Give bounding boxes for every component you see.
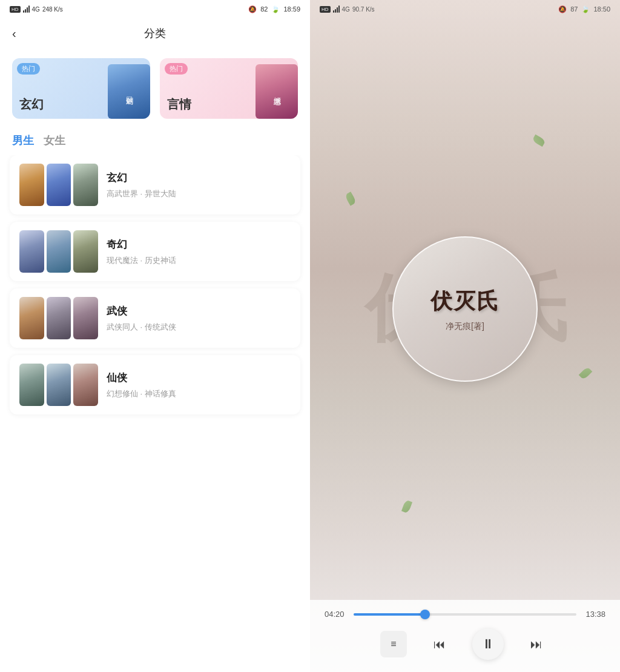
rbar2 <box>335 9 336 13</box>
right-status-bar: HD 4G 90.7 K/s 🔕 87 🍃 18:50 <box>310 0 620 18</box>
xuanhuan-cover2 <box>47 164 71 206</box>
book-title: 伏灭氏 <box>430 287 500 316</box>
prev-button[interactable]: ⏮ <box>426 631 453 657</box>
gender-tabs: 男生 女生 <box>0 128 310 155</box>
cat-card-xuanhuan[interactable]: 热门 玄幻 口述刺剑 <box>12 58 150 119</box>
qihuan-cover1 <box>19 230 44 273</box>
total-time: 13:38 <box>584 610 605 619</box>
header: ‹ 分类 <box>0 18 310 48</box>
xuanhuan-cover: 口述刺剑 <box>108 64 150 119</box>
time-left: 18:59 <box>283 5 300 13</box>
cover-inner: 伏灭氏 净无痕[著] <box>394 238 536 381</box>
xuanhuan-cover1 <box>19 164 44 206</box>
genre-item-qihuan[interactable]: 奇幻 现代魔法 · 历史神话 <box>10 222 300 281</box>
wuxia-cover2 <box>47 297 71 339</box>
network-left: 4G <box>32 6 40 13</box>
right-status-right: 🔕 87 🍃 18:50 <box>558 5 610 13</box>
xianxia-cover2 <box>47 364 71 406</box>
circular-book-cover: 伏灭氏 净无痕[著] <box>392 236 538 382</box>
genre-item-wuxia[interactable]: 武侠 武侠同人 · 传统武侠 <box>10 288 300 348</box>
signal-bars-right <box>333 5 340 13</box>
genre-item-xianxia[interactable]: 仙侠 幻想修仙 · 神话修真 <box>10 355 300 414</box>
left-panel: HD 4G 248 K/s 🔕 82 🍃 18:59 ‹ 分类 热门 玄幻 <box>0 0 310 672</box>
speed-right: 90.7 K/s <box>352 6 375 13</box>
current-time: 04:20 <box>325 610 346 619</box>
page-title: 分类 <box>144 26 166 41</box>
rbar3 <box>337 7 338 13</box>
progress-row: 04:20 13:38 <box>325 610 605 619</box>
category-cards: 热门 玄幻 口述刺剑 热门 言情 倾城之恋 <box>0 48 310 128</box>
xuanhuan-badge: 热门 <box>17 63 40 75</box>
right-status-left: HD 4G 90.7 K/s <box>320 5 375 13</box>
wuxia-name: 武侠 <box>107 304 291 318</box>
female-tab[interactable]: 女生 <box>44 133 65 148</box>
xuanhuan-label: 玄幻 <box>19 96 44 113</box>
back-button[interactable]: ‹ <box>12 27 16 41</box>
signal-bars-left <box>23 5 30 13</box>
battery-right: 87 <box>570 5 578 13</box>
genre-item-xuanhuan[interactable]: 玄幻 高武世界 · 异世大陆 <box>10 155 300 215</box>
next-button[interactable]: ⏭ <box>523 631 550 657</box>
male-tab[interactable]: 男生 <box>12 133 34 148</box>
pause-button[interactable]: ⏸ <box>472 628 504 660</box>
xuanhuan-cover-art: 口述刺剑 <box>108 64 150 119</box>
right-panel: HD 4G 90.7 K/s 🔕 87 🍃 18:50 伏灭氏 <box>310 0 620 672</box>
qihuan-info: 奇幻 现代魔法 · 历史神话 <box>107 238 291 266</box>
xuanhuan-info: 玄幻 高武世界 · 异世大陆 <box>107 171 291 199</box>
leaf-icon-left: 🍃 <box>271 5 280 13</box>
wuxia-info: 武侠 武侠同人 · 传统武侠 <box>107 304 291 333</box>
bar2 <box>25 9 26 13</box>
genre-list: 玄幻 高武世界 · 异世大陆 奇幻 现代魔法 · 历史神话 武侠 <box>0 155 310 672</box>
xianxia-name: 仙侠 <box>107 371 291 385</box>
yanqing-cover: 倾城之恋 <box>256 64 298 119</box>
qihuan-cover3 <box>73 230 98 273</box>
wuxia-covers <box>19 297 98 339</box>
left-status-left: HD 4G 248 K/s <box>10 5 63 13</box>
book-artwork: 伏灭氏 伏灭氏 净无痕[著] <box>310 18 620 600</box>
playlist-button[interactable]: ≡ <box>380 631 407 657</box>
xianxia-cover1 <box>19 364 44 406</box>
xianxia-tags: 幻想修仙 · 神话修真 <box>107 388 291 399</box>
wuxia-cover3 <box>73 297 98 339</box>
rbar4 <box>338 5 340 13</box>
bar4 <box>28 5 30 13</box>
player-controls: 04:20 13:38 ≡ ⏮ ⏸ ⏭ <box>310 600 620 672</box>
hd-badge-right: HD <box>320 6 331 13</box>
rbar1 <box>333 10 334 13</box>
battery-left: 82 <box>260 5 268 13</box>
wuxia-tags: 武侠同人 · 传统武侠 <box>107 322 291 333</box>
xianxia-covers <box>19 364 98 406</box>
bell-icon-right: 🔕 <box>558 5 567 13</box>
yanqing-label: 言情 <box>167 96 191 113</box>
progress-thumb[interactable] <box>420 610 430 619</box>
progress-fill <box>354 613 425 616</box>
xianxia-info: 仙侠 幻想修仙 · 神话修真 <box>107 371 291 399</box>
wuxia-cover1 <box>19 297 44 339</box>
hd-badge-left: HD <box>10 6 21 13</box>
xuanhuan-tags: 高武世界 · 异世大陆 <box>107 188 291 199</box>
yanqing-cover-art: 倾城之恋 <box>256 64 298 119</box>
progress-bar[interactable] <box>354 613 576 616</box>
time-right: 18:50 <box>593 5 610 13</box>
controls-row: ≡ ⏮ ⏸ ⏭ <box>325 628 605 660</box>
xuanhuan-cover3 <box>73 164 98 206</box>
network-right: 4G <box>342 6 350 13</box>
cat-card-yanqing[interactable]: 热门 言情 倾城之恋 <box>160 58 298 119</box>
xuanhuan-covers <box>19 164 98 206</box>
qihuan-cover2 <box>47 230 71 273</box>
qihuan-tags: 现代魔法 · 历史神话 <box>107 255 291 266</box>
qihuan-covers <box>19 230 98 273</box>
left-status-right: 🔕 82 🍃 18:59 <box>248 5 300 13</box>
left-status-bar: HD 4G 248 K/s 🔕 82 🍃 18:59 <box>0 0 310 18</box>
xianxia-cover3 <box>73 364 98 406</box>
qihuan-name: 奇幻 <box>107 238 291 251</box>
bar1 <box>23 10 24 13</box>
yanqing-badge: 热门 <box>165 63 188 75</box>
leaf-icon-right: 🍃 <box>581 5 590 13</box>
speed-left: 248 K/s <box>42 6 63 13</box>
bar3 <box>27 7 28 13</box>
xuanhuan-name: 玄幻 <box>107 171 291 185</box>
bell-icon-left: 🔕 <box>248 5 257 13</box>
book-author: 净无痕[著] <box>446 321 484 332</box>
